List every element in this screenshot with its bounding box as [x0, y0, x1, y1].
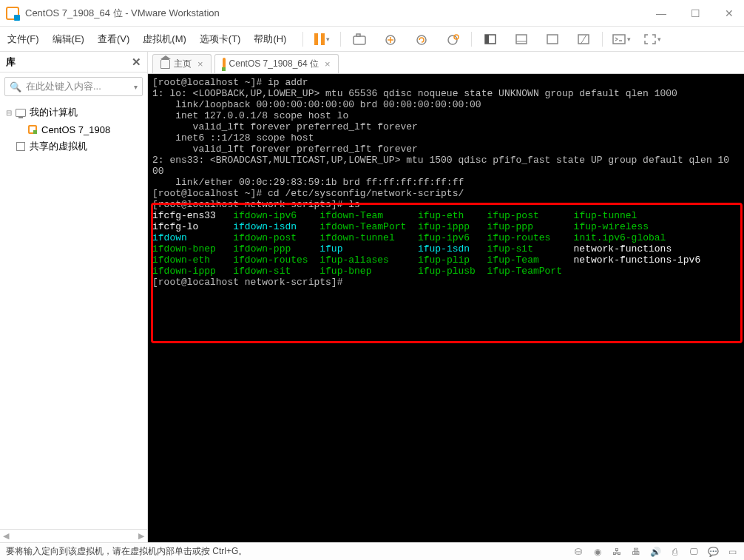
- message-icon[interactable]: 💬: [707, 547, 719, 557]
- svg-point-3: [417, 36, 426, 44]
- menu-help[interactable]: 帮助(H): [254, 33, 286, 46]
- svg-line-12: [581, 35, 586, 44]
- minimize-button[interactable]: —: [652, 7, 670, 19]
- menu-file[interactable]: 文件(F): [7, 33, 39, 46]
- display-icon[interactable]: 🖵: [688, 547, 700, 557]
- vm-console[interactable]: [root@localhost ~]# ip addr 1: lo: <LOOP…: [148, 74, 744, 542]
- window-title: CentOS 7_1908_64 位 - VMware Workstation: [25, 7, 652, 20]
- search-icon: 🔍: [10, 81, 21, 92]
- svg-rect-10: [547, 35, 558, 44]
- view-console-button[interactable]: [537, 29, 568, 50]
- status-text: 要将输入定向到该虚拟机，请在虚拟机内部单击或按 Ctrl+G。: [6, 545, 247, 558]
- tree-shared-vms[interactable]: 共享的虚拟机: [0, 138, 147, 155]
- pause-button[interactable]: ▾: [306, 29, 337, 50]
- usb-icon[interactable]: ⎙: [669, 547, 680, 557]
- svg-point-4: [448, 36, 457, 44]
- search-dropdown-icon[interactable]: ▾: [134, 83, 138, 91]
- tab-bar: 主页 × CentOS 7_1908_64 位 ×: [148, 52, 744, 74]
- tab-home[interactable]: 主页 ×: [152, 54, 212, 73]
- vm-running-icon: [223, 58, 226, 71]
- view-thumbnail-button[interactable]: [506, 29, 537, 50]
- svg-rect-7: [485, 35, 489, 44]
- network2-icon[interactable]: 🖧: [611, 547, 623, 557]
- menu-edit[interactable]: 编辑(E): [53, 33, 84, 46]
- menu-tabs[interactable]: 选项卡(T): [200, 33, 241, 46]
- sidebar-title: 库: [6, 55, 16, 69]
- svg-rect-1: [356, 34, 360, 36]
- search-input[interactable]: 🔍 在此处键入内容... ▾: [4, 77, 143, 96]
- sidebar-close-button[interactable]: ✕: [132, 55, 141, 69]
- menubar: 文件(F) 编辑(E) 查看(V) 虚拟机(M) 选项卡(T) 帮助(H) ▾ …: [0, 27, 744, 52]
- sidebar-header: 库 ✕: [0, 52, 147, 72]
- sound-icon[interactable]: 🔊: [649, 547, 661, 557]
- vm-running-icon: [28, 125, 37, 134]
- tab-vm-centos[interactable]: CentOS 7_1908_64 位 ×: [214, 54, 339, 73]
- svg-rect-0: [354, 36, 365, 44]
- status-device-icons: ⛁ ◉ 🖧 🖶 🔊 ⎙ 🖵 💬 ▭: [572, 547, 738, 557]
- home-icon: [160, 59, 170, 69]
- shared-icon: [16, 142, 25, 151]
- harddisk-icon[interactable]: ⛁: [572, 547, 584, 557]
- device-icon[interactable]: ▭: [726, 547, 738, 557]
- statusbar: 要将输入定向到该虚拟机，请在虚拟机内部单击或按 Ctrl+G。 ⛁ ◉ 🖧 🖶 …: [0, 542, 744, 560]
- maximize-button[interactable]: ☐: [686, 7, 704, 19]
- svg-rect-8: [516, 35, 527, 44]
- close-button[interactable]: ✕: [720, 7, 738, 19]
- fullscreen-button[interactable]: ▾: [637, 29, 668, 50]
- console-toggle-button[interactable]: ▾: [606, 29, 637, 50]
- tree-vm-centos[interactable]: CentOS 7_1908: [0, 121, 147, 138]
- view-single-button[interactable]: [475, 29, 506, 50]
- sidebar: 库 ✕ 🔍 在此处键入内容... ▾ ⊟ 我的计算机 CentOS 7_1908…: [0, 52, 148, 542]
- vmware-icon: [6, 7, 19, 20]
- sidebar-scroll-hint[interactable]: ◀▶: [0, 529, 147, 542]
- cd-icon[interactable]: ◉: [592, 547, 603, 557]
- snapshot-button[interactable]: [344, 29, 375, 50]
- menu-view[interactable]: 查看(V): [98, 33, 129, 46]
- menu-vm[interactable]: 虚拟机(M): [143, 33, 186, 46]
- view-unity-button[interactable]: [568, 29, 599, 50]
- titlebar: CentOS 7_1908_64 位 - VMware Workstation …: [0, 0, 744, 27]
- snapshot-take-button[interactable]: [375, 29, 406, 50]
- search-placeholder: 在此处键入内容...: [26, 80, 101, 93]
- computer-icon: [16, 109, 26, 117]
- svg-rect-13: [613, 35, 625, 44]
- snapshot-manager-button[interactable]: [437, 29, 468, 50]
- printer-icon[interactable]: 🖶: [630, 547, 642, 557]
- library-tree: ⊟ 我的计算机 CentOS 7_1908 共享的虚拟机: [0, 101, 147, 529]
- tree-root-my-computer[interactable]: ⊟ 我的计算机: [0, 104, 147, 121]
- tab-home-close[interactable]: ×: [197, 58, 203, 70]
- snapshot-revert-button[interactable]: [406, 29, 437, 50]
- tab-vm-close[interactable]: ×: [325, 58, 331, 70]
